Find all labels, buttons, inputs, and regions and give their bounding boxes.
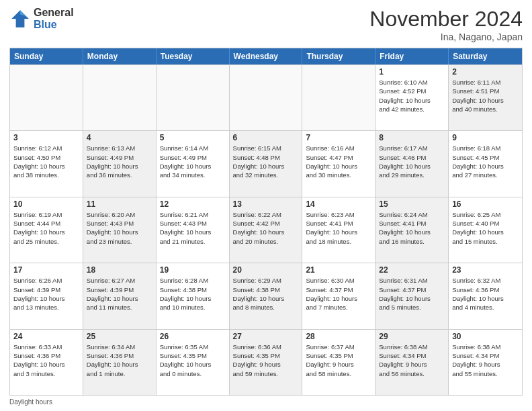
day-number: 25	[87, 332, 152, 341]
day-number: 10	[13, 199, 79, 209]
cal-cell-day-9: 9Sunrise: 6:18 AM Sunset: 4:45 PM Daylig…	[449, 131, 522, 196]
day-number: 13	[233, 199, 299, 209]
day-info: Sunrise: 6:37 AM Sunset: 4:35 PM Dayligh…	[306, 342, 371, 378]
cal-cell-empty	[10, 65, 83, 130]
day-number: 1	[379, 67, 445, 77]
day-info: Sunrise: 6:38 AM Sunset: 4:34 PM Dayligh…	[452, 342, 519, 378]
cal-cell-day-17: 17Sunrise: 6:26 AM Sunset: 4:39 PM Dayli…	[10, 263, 83, 328]
day-info: Sunrise: 6:33 AM Sunset: 4:36 PM Dayligh…	[13, 342, 79, 378]
day-info: Sunrise: 6:31 AM Sunset: 4:37 PM Dayligh…	[379, 276, 445, 312]
cal-cell-day-10: 10Sunrise: 6:19 AM Sunset: 4:44 PM Dayli…	[10, 197, 83, 263]
cal-cell-day-20: 20Sunrise: 6:29 AM Sunset: 4:38 PM Dayli…	[230, 263, 303, 328]
day-info: Sunrise: 6:15 AM Sunset: 4:48 PM Dayligh…	[233, 144, 299, 179]
logo-general: General	[34, 7, 74, 19]
title-block: November 2024 Ina, Nagano, Japan	[369, 7, 523, 42]
day-info: Sunrise: 6:34 AM Sunset: 4:36 PM Dayligh…	[87, 342, 152, 378]
day-info: Sunrise: 6:30 AM Sunset: 4:37 PM Dayligh…	[306, 276, 371, 312]
cal-week-2: 3Sunrise: 6:12 AM Sunset: 4:50 PM Daylig…	[10, 130, 522, 196]
logo: General Blue	[9, 7, 74, 30]
day-number: 28	[306, 332, 371, 341]
logo-blue-text: Blue	[34, 19, 74, 31]
cal-header-monday: Monday	[83, 48, 157, 64]
cal-cell-empty	[302, 65, 375, 130]
cal-cell-day-26: 26Sunrise: 6:35 AM Sunset: 4:35 PM Dayli…	[157, 330, 230, 395]
month-title: November 2024	[369, 7, 523, 32]
day-info: Sunrise: 6:16 AM Sunset: 4:47 PM Dayligh…	[306, 144, 371, 179]
day-info: Sunrise: 6:23 AM Sunset: 4:41 PM Dayligh…	[306, 210, 371, 246]
cal-cell-day-1: 1Sunrise: 6:10 AM Sunset: 4:52 PM Daylig…	[375, 65, 449, 130]
day-number: 3	[13, 133, 79, 142]
cal-cell-day-4: 4Sunrise: 6:13 AM Sunset: 4:49 PM Daylig…	[83, 131, 157, 196]
cal-cell-day-12: 12Sunrise: 6:21 AM Sunset: 4:43 PM Dayli…	[157, 197, 230, 263]
day-info: Sunrise: 6:27 AM Sunset: 4:39 PM Dayligh…	[87, 276, 152, 312]
day-info: Sunrise: 6:19 AM Sunset: 4:44 PM Dayligh…	[13, 210, 79, 246]
day-info: Sunrise: 6:29 AM Sunset: 4:38 PM Dayligh…	[233, 276, 299, 312]
day-number: 30	[452, 332, 519, 341]
cal-week-4: 17Sunrise: 6:26 AM Sunset: 4:39 PM Dayli…	[10, 263, 522, 328]
day-number: 27	[233, 332, 299, 341]
day-number: 18	[87, 265, 152, 275]
day-info: Sunrise: 6:35 AM Sunset: 4:35 PM Dayligh…	[160, 342, 226, 378]
cal-cell-day-30: 30Sunrise: 6:38 AM Sunset: 4:34 PM Dayli…	[449, 330, 522, 395]
day-info: Sunrise: 6:24 AM Sunset: 4:41 PM Dayligh…	[379, 210, 445, 246]
cal-cell-day-8: 8Sunrise: 6:17 AM Sunset: 4:46 PM Daylig…	[375, 131, 449, 196]
day-info: Sunrise: 6:28 AM Sunset: 4:38 PM Dayligh…	[160, 276, 226, 312]
cal-cell-empty	[157, 65, 230, 130]
day-number: 8	[379, 133, 445, 142]
cal-cell-day-21: 21Sunrise: 6:30 AM Sunset: 4:37 PM Dayli…	[302, 263, 375, 328]
day-number: 17	[13, 265, 79, 275]
cal-cell-day-16: 16Sunrise: 6:25 AM Sunset: 4:40 PM Dayli…	[449, 197, 522, 263]
day-number: 6	[233, 133, 299, 142]
cal-cell-day-3: 3Sunrise: 6:12 AM Sunset: 4:50 PM Daylig…	[10, 131, 83, 196]
cal-cell-day-14: 14Sunrise: 6:23 AM Sunset: 4:41 PM Dayli…	[302, 197, 375, 263]
day-number: 16	[452, 199, 519, 209]
cal-cell-empty	[83, 65, 157, 130]
cal-cell-empty	[230, 65, 303, 130]
calendar-header-row: SundayMondayTuesdayWednesdayThursdayFrid…	[10, 48, 522, 64]
day-number: 21	[306, 265, 371, 275]
cal-header-tuesday: Tuesday	[157, 48, 230, 64]
day-number: 22	[379, 265, 445, 275]
day-number: 23	[452, 265, 519, 275]
day-info: Sunrise: 6:22 AM Sunset: 4:42 PM Dayligh…	[233, 210, 299, 246]
cal-header-thursday: Thursday	[302, 48, 375, 64]
page: General Blue November 2024 Ina, Nagano, …	[0, 0, 532, 411]
day-info: Sunrise: 6:21 AM Sunset: 4:43 PM Dayligh…	[160, 210, 226, 246]
day-number: 12	[160, 199, 226, 209]
cal-week-5: 24Sunrise: 6:33 AM Sunset: 4:36 PM Dayli…	[10, 329, 522, 395]
cal-week-1: 1Sunrise: 6:10 AM Sunset: 4:52 PM Daylig…	[10, 64, 522, 130]
cal-cell-day-29: 29Sunrise: 6:38 AM Sunset: 4:34 PM Dayli…	[375, 330, 449, 395]
day-number: 11	[87, 199, 152, 209]
cal-cell-day-13: 13Sunrise: 6:22 AM Sunset: 4:42 PM Dayli…	[230, 197, 303, 263]
cal-cell-day-28: 28Sunrise: 6:37 AM Sunset: 4:35 PM Dayli…	[302, 330, 375, 395]
day-info: Sunrise: 6:25 AM Sunset: 4:40 PM Dayligh…	[452, 210, 519, 246]
day-number: 7	[306, 133, 371, 142]
cal-cell-day-27: 27Sunrise: 6:36 AM Sunset: 4:35 PM Dayli…	[230, 330, 303, 395]
day-info: Sunrise: 6:14 AM Sunset: 4:49 PM Dayligh…	[160, 144, 226, 179]
day-number: 19	[160, 265, 226, 275]
logo-text: General Blue	[34, 7, 74, 30]
footer-note: Daylight hours	[9, 398, 523, 406]
day-number: 14	[306, 199, 371, 209]
day-info: Sunrise: 6:20 AM Sunset: 4:43 PM Dayligh…	[87, 210, 152, 246]
cal-cell-day-5: 5Sunrise: 6:14 AM Sunset: 4:49 PM Daylig…	[157, 131, 230, 196]
cal-cell-day-15: 15Sunrise: 6:24 AM Sunset: 4:41 PM Dayli…	[375, 197, 449, 263]
day-number: 4	[87, 133, 152, 142]
day-number: 29	[379, 332, 445, 341]
cal-cell-day-2: 2Sunrise: 6:11 AM Sunset: 4:51 PM Daylig…	[449, 65, 522, 130]
day-number: 15	[379, 199, 445, 209]
day-info: Sunrise: 6:26 AM Sunset: 4:39 PM Dayligh…	[13, 276, 79, 312]
cal-cell-day-24: 24Sunrise: 6:33 AM Sunset: 4:36 PM Dayli…	[10, 330, 83, 395]
location: Ina, Nagano, Japan	[369, 32, 523, 42]
cal-header-saturday: Saturday	[449, 48, 522, 64]
day-info: Sunrise: 6:38 AM Sunset: 4:34 PM Dayligh…	[379, 342, 445, 378]
day-number: 26	[160, 332, 226, 341]
logo-icon	[9, 8, 31, 30]
cal-header-sunday: Sunday	[10, 48, 83, 64]
day-number: 5	[160, 133, 226, 142]
day-info: Sunrise: 6:12 AM Sunset: 4:50 PM Dayligh…	[13, 144, 79, 179]
cal-cell-day-7: 7Sunrise: 6:16 AM Sunset: 4:47 PM Daylig…	[302, 131, 375, 196]
cal-cell-day-19: 19Sunrise: 6:28 AM Sunset: 4:38 PM Dayli…	[157, 263, 230, 328]
cal-cell-day-22: 22Sunrise: 6:31 AM Sunset: 4:37 PM Dayli…	[375, 263, 449, 328]
cal-cell-day-11: 11Sunrise: 6:20 AM Sunset: 4:43 PM Dayli…	[83, 197, 157, 263]
